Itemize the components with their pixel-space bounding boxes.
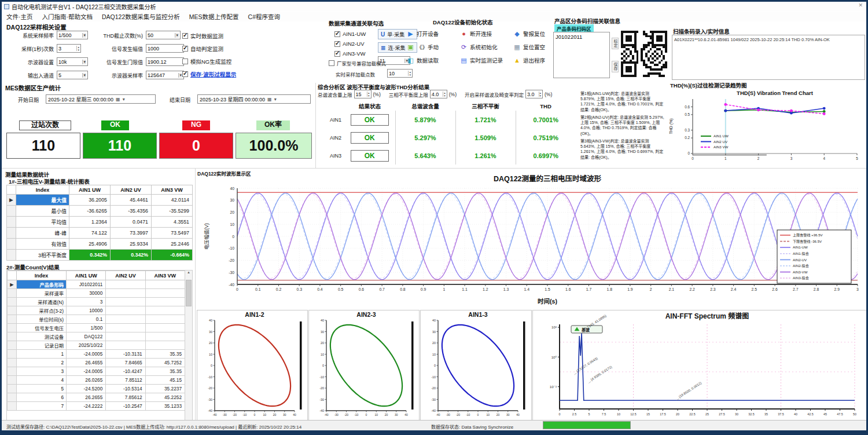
threshold-stepper[interactable]: 15▴▾	[354, 90, 372, 98]
sample-rate-dropdown[interactable]: 1/500▾	[57, 31, 88, 39]
table-row[interactable]: 4 26.0265 7.85112 45.15	[8, 376, 185, 385]
device-button[interactable]: ▤实时监测记录	[460, 56, 511, 64]
svg-text:AIN1-3: AIN1-3	[468, 311, 487, 318]
table-row[interactable]: 平均值 1.2364 0.0471 4.3551	[7, 217, 193, 228]
table-row[interactable]: ▶ 产品条形码 J01022011	[8, 280, 185, 289]
svg-text:0: 0	[477, 413, 479, 416]
thd-result-row: AIN3 OK 5.643% 1.261% 0.6997%	[318, 147, 576, 165]
table-row[interactable]: 2 26.4655 7.84665 45.7252	[8, 359, 185, 367]
checkbox-box[interactable]	[182, 33, 188, 39]
signal-threshold-input[interactable]: 1900.12	[146, 57, 184, 66]
svg-text:AIN2 UV: AIN2 UV	[713, 140, 728, 144]
device-button-icon: ◆	[513, 30, 521, 38]
spinner-arrows-icon[interactable]: ▴▾	[367, 92, 370, 97]
menu-item[interactable]: 文件·主页	[6, 12, 33, 21]
settings-checkbox[interactable]: 自动判定监测	[182, 45, 236, 53]
svg-text:42.5: 42.5	[807, 412, 814, 416]
vendor-mode-checkbox[interactable]: 厂家型号兼容加载模式	[329, 60, 386, 67]
svg-text:40: 40	[516, 413, 520, 416]
side-button[interactable]: 标定	[612, 38, 619, 49]
menu-item[interactable]: DAQ122数据采集与监控分析	[102, 12, 180, 21]
io-channel-dropdown[interactable]: 5▾	[57, 71, 88, 79]
checkbox-box[interactable]	[182, 59, 188, 64]
checkbox-box[interactable]	[334, 31, 340, 37]
svg-text:2: 2	[650, 287, 652, 291]
signal-amplitude-input[interactable]: 1000	[146, 44, 184, 53]
channel-checkbox[interactable]: AIN1-UW	[334, 31, 366, 37]
channel-checkbox[interactable]: AIN2-UV	[334, 41, 366, 47]
single-acquire-icon: U	[381, 31, 385, 38]
spinner-arrows-icon[interactable]: ▴▾	[539, 92, 542, 97]
thd-cutoff-dropdown[interactable]: 50▾	[146, 31, 181, 39]
svg-text:40: 40	[794, 412, 797, 416]
table-row[interactable]: 记录日期 2025/10/22	[8, 341, 185, 350]
table-row[interactable]: 5 -24.5200 -10.5314 35.2237	[8, 385, 185, 393]
progress-fill	[543, 422, 630, 429]
spinner-arrows-icon[interactable]: ▴▾	[443, 92, 446, 97]
scope-setting-dropdown[interactable]: 10k▾	[57, 57, 88, 66]
end-date-picker[interactable]: 2025-10-23 星期四 00:00:00▦▾	[197, 94, 311, 104]
table-row[interactable]: 采样通道(N) 3	[8, 298, 185, 306]
table-row[interactable]: 3 -24.0005 -10.4247 35.35	[8, 367, 185, 376]
table-row[interactable]: 采样点(3-2) 10000	[8, 306, 185, 315]
checkbox-box[interactable]	[334, 51, 340, 57]
channel-checkbox[interactable]: AIN3-VW	[334, 50, 366, 57]
svg-text:2.8: 2.8	[814, 287, 819, 291]
settings-checkbox[interactable]: 模拟NG生成监控	[182, 57, 236, 65]
svg-text:-30: -30	[229, 270, 234, 275]
device-button[interactable]: ▶打开设备	[407, 30, 458, 38]
table-row[interactable]: 3相不平衡度 0.342% 0.342% -0.664%	[7, 250, 193, 261]
checkbox-box[interactable]	[182, 71, 188, 77]
table-row[interactable]: 6 26.2655 7.85612 45.2252	[8, 393, 185, 402]
samples-per-second-stepper[interactable]: 3▴▾	[57, 44, 81, 53]
svg-text:1.2: 1.2	[483, 287, 488, 291]
table-row[interactable]: 最小值 -36.6265 -35.4356 -35.5299	[7, 206, 193, 217]
ng-count-value: 0	[159, 133, 233, 159]
device-button[interactable]: ▣《》手动	[407, 43, 458, 51]
svg-text:0: 0	[322, 364, 324, 367]
scan-info-input[interactable]: A01X0221**10.6.2.01-85981 1049/022 2025-…	[672, 35, 865, 80]
svg-text:40: 40	[432, 319, 436, 322]
menu-item[interactable]: 入门指南·帮助文档	[42, 12, 93, 21]
checkbox-box[interactable]	[329, 60, 334, 66]
scrollbar[interactable]: ▲▼	[185, 270, 192, 427]
svg-text:AIN3 VW: AIN3 VW	[713, 145, 729, 149]
svg-text:10⁰: 10⁰	[551, 355, 557, 359]
close-icon[interactable]: ✕	[858, 2, 863, 8]
table-row[interactable]: 测试设备 DAQ122	[8, 332, 185, 341]
device-button-grid: ▶打开设备●断开连接◆警报复位▣《》手动⟳系统初始化▦复位置空◧数据读取▤实时监…	[407, 30, 564, 64]
table-row[interactable]: ▶ 最大值 36.2005 45.4461 42.0114	[7, 195, 193, 206]
table-row[interactable]: 有效值 25.4906 25.9334 25.2446	[7, 239, 193, 250]
checkbox-box[interactable]	[334, 41, 340, 47]
table-row[interactable]: 1 -24.0005 -10.3131 35.35	[8, 350, 185, 359]
spinner-arrows-icon[interactable]: ▴▾	[408, 71, 411, 76]
table-row[interactable]: 采样速率 30000	[8, 289, 185, 298]
side-button[interactable]: 保存	[612, 61, 619, 72]
menu-item[interactable]: C#程序查询	[248, 12, 280, 21]
scrollbar-thumb[interactable]	[186, 280, 192, 306]
device-button[interactable]: ⟳系统初始化	[460, 43, 511, 51]
status-badge: OK	[351, 150, 389, 162]
svg-text:30: 30	[209, 330, 212, 334]
threshold-stepper[interactable]: 4.0▴▾	[430, 90, 447, 98]
threshold-stepper[interactable]: 3.0▴▾	[525, 90, 543, 98]
settings-checkbox[interactable]: 保存·波形过程显示	[182, 70, 236, 78]
device-button[interactable]: ◧数据读取	[407, 56, 458, 64]
table-row[interactable]: 单位时间(s) 0.1	[8, 315, 185, 324]
table-row[interactable]: 7 -24.2222 -10.2547 35.1233	[8, 402, 185, 411]
field-label: 输出入通道	[8, 72, 54, 79]
scope-samplerate-dropdown[interactable]: 125647▾	[146, 71, 184, 79]
svg-text:0.3: 0.3	[296, 287, 302, 291]
barcode-input[interactable]: J01022011	[553, 32, 610, 78]
svg-text:-30: -30	[334, 413, 339, 416]
points-stepper[interactable]: 10▴▾	[387, 69, 413, 78]
checkbox-box[interactable]	[182, 46, 188, 52]
settings-checkbox[interactable]: 实时数据监测	[182, 32, 236, 40]
spinner-arrows-icon[interactable]: ▴▾	[76, 46, 79, 51]
table-row[interactable]: 信号发生电压 1/500	[8, 324, 185, 332]
menu-item[interactable]: MES数据上传配置	[189, 12, 239, 21]
start-date-picker[interactable]: 2025-10-22 星期三 00:00:00▦▾	[46, 94, 156, 104]
table-row[interactable]: 峰-峰 74.122 73.3997 73.5497	[7, 228, 193, 239]
device-button[interactable]: ●断开连接	[460, 30, 511, 38]
device-button-icon: ●	[460, 30, 468, 37]
